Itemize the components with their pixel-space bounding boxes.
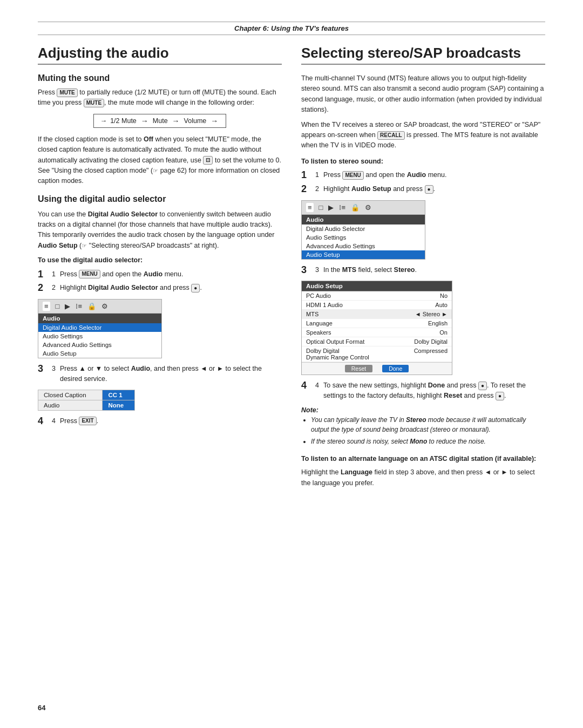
- digital-audio-divider: Using the digital audio selector: [38, 194, 282, 204]
- table-cell-cc-label: Closed Caption: [38, 390, 103, 400]
- listen-stereo-section: To listen to stereo sound: 1 Press MENU …: [301, 157, 545, 446]
- menu-btn-right1: MENU: [342, 171, 363, 180]
- step2-text: Highlight Digital Audio Selector and pre…: [60, 283, 202, 294]
- step3-num: 3: [52, 364, 56, 384]
- icon-square: □: [56, 302, 60, 310]
- ast-title: Audio Setup: [302, 281, 452, 291]
- icon-play-right: ▶: [328, 203, 334, 212]
- icon-list: ≡: [43, 302, 50, 311]
- step2-num: 2: [52, 283, 56, 294]
- mute-diagram: → 1/2 Mute → Mute → Volume →: [38, 114, 282, 128]
- stereo-step4-num: 4: [315, 380, 319, 401]
- icon-square-right: □: [319, 203, 323, 212]
- menu-item-as-right: Audio Settings: [302, 233, 425, 242]
- mute-arrow-start: →: [100, 117, 107, 125]
- ast-label-lang: Language: [306, 320, 333, 326]
- ast-value-mts: ◄ Stereo ►: [415, 311, 448, 317]
- stereo-step3: 3 In the MTS field, select Stereo.: [301, 265, 545, 276]
- icon-lines: ⁞≡: [76, 302, 82, 310]
- table-row-audio: Audio None: [38, 400, 135, 410]
- ast-label-pc: PC Audio: [306, 292, 331, 299]
- see-ref-icon: ☞: [82, 242, 87, 249]
- menu-item-aas-right: Advanced Audio Settings: [302, 242, 425, 250]
- menu-title-left: Audio: [38, 314, 161, 323]
- menu-screenshot-left: ≡ □ ▶ ⁞≡ 🔒 ⚙ Audio Digital Audio Selecto…: [38, 299, 162, 358]
- right-column: Selecting stereo/SAP broadcasts The mult…: [301, 45, 545, 493]
- ast-row-pc: PC Audio No: [302, 291, 452, 301]
- step-1-digital: 1 Press MENU and open the Audio menu.: [38, 269, 282, 280]
- mute-diagram-box: → 1/2 Mute → Mute → Volume →: [93, 114, 227, 128]
- table-row-cc: Closed Caption CC 1: [38, 390, 135, 400]
- stereo-steps-12: 1 Press MENU and open the Audio menu. 2 …: [301, 170, 545, 195]
- icon-play: ▶: [65, 302, 70, 310]
- mute-arrow2: →: [172, 117, 180, 125]
- icon-lock-right: 🔒: [351, 203, 360, 212]
- done-bold: Done: [428, 382, 445, 389]
- stereo-step4-text: To save the new settings, highlight Done…: [323, 380, 545, 401]
- muting-para2: If the closed caption mode is set to Off…: [38, 134, 282, 187]
- right-intro-para2: When the TV receives a stereo or SAP bro…: [301, 120, 545, 151]
- step-2-digital: 2 Highlight Digital Audio Selector and p…: [38, 283, 282, 294]
- ast-row-speakers: Speakers On: [302, 328, 452, 337]
- audio-setup-bold: Audio Setup: [38, 242, 78, 249]
- ast-footer: Reset Done: [302, 362, 452, 375]
- note-block: Note: You can typically leave the TV in …: [301, 406, 545, 446]
- page: Chapter 6: Using the TV's features Adjus…: [0, 0, 583, 728]
- reset-bold: Reset: [444, 392, 462, 399]
- note-item-2: If the stereo sound is noisy, select Mon…: [311, 437, 545, 446]
- stereo-step3-num: 3: [315, 265, 319, 276]
- menu-icons-row-left: ≡ □ ▶ ⁞≡ 🔒 ⚙: [38, 300, 161, 314]
- two-column-layout: Adjusting the audio Muting the sound Pre…: [38, 45, 545, 493]
- digital-audio-steps-34: 3 Press ▲ or ▼ to select Audio, and then…: [38, 364, 282, 384]
- digital-audio-how-to-header: To use the digital audio selector:: [38, 255, 282, 266]
- mute-step2: Mute: [153, 117, 168, 125]
- step1-text: Press MENU and open the Audio menu.: [60, 269, 183, 280]
- mute-step1: 1/2 Mute: [110, 117, 137, 125]
- stereo-step2-text: Highlight Audio Setup and press ●.: [323, 184, 435, 195]
- stereo-step3-text: In the MTS field, select Stereo.: [323, 265, 417, 276]
- enter-btn1: ●: [191, 284, 200, 292]
- vformat-btn: ⊡: [203, 156, 213, 165]
- chapter-header: Chapter 6: Using the TV's features: [38, 22, 545, 35]
- ast-row-lang: Language English: [302, 319, 452, 328]
- alternate-lang-section: To listen to an alternate language on an…: [301, 454, 545, 488]
- menu-btn1: MENU: [79, 270, 100, 278]
- audio-small-table: Closed Caption CC 1 Audio None: [38, 390, 135, 411]
- step-4-digital: 4 Press EXIT.: [38, 416, 282, 427]
- ast-row-optical: Optical Output Format Dolby Digital: [302, 337, 452, 346]
- digital-audio-step4: 4 Press EXIT.: [38, 416, 282, 427]
- exit-btn: EXIT: [79, 417, 96, 425]
- stereo-step2: 2 Highlight Audio Setup and press ●.: [301, 184, 545, 195]
- ast-row-dolby: Dolby DigitalDynamic Range Control Compr…: [302, 346, 452, 362]
- audio-setup-bold-right: Audio Setup: [351, 185, 391, 193]
- ast-label-mts: MTS: [306, 311, 318, 317]
- ast-reset-btn[interactable]: Reset: [345, 365, 372, 372]
- menu-item-asetup-left: Audio Setup: [38, 349, 161, 358]
- menu-screenshot-right: ≡ □ ▶ ⁞≡ 🔒 ⚙ Audio Digital Audio Selecto…: [301, 200, 425, 260]
- ast-value-dolby: Compressed: [414, 348, 448, 360]
- chapter-header-text: Chapter 6: Using the TV's features: [234, 24, 349, 32]
- icon-list-right: ≡: [306, 203, 314, 212]
- digital-audio-para1: You can use the Digital Audio Selector t…: [38, 209, 282, 251]
- audio-setup-table: Audio Setup PC Audio No HDMI 1 Audio Aut…: [301, 281, 452, 375]
- icon-lines-right: ⁞≡: [339, 203, 345, 212]
- ast-done-btn[interactable]: Done: [382, 365, 409, 372]
- ast-label-speakers: Speakers: [306, 329, 331, 336]
- menu-icons-row-right: ≡ □ ▶ ⁞≡ 🔒 ⚙: [302, 201, 425, 215]
- enter-btn-right1: ●: [425, 185, 433, 194]
- icon-gear: ⚙: [101, 302, 108, 310]
- stereo-step1-num: 1: [315, 170, 319, 181]
- stereo-bold: Stereo: [394, 266, 415, 274]
- step4-num: 4: [52, 416, 56, 427]
- stereo-bold-italic: Stereo: [406, 416, 426, 424]
- section-title-left: Adjusting the audio: [38, 45, 282, 65]
- menu-title-right: Audio: [302, 215, 425, 224]
- ast-row-hdmi: HDMI 1 Audio Auto: [302, 301, 452, 310]
- table-cell-audio-value: None: [103, 400, 135, 410]
- ast-label-dolby: Dolby DigitalDynamic Range Control: [306, 348, 369, 360]
- listen-stereo-header: To listen to stereo sound:: [301, 157, 545, 167]
- note-label: Note:: [301, 406, 545, 414]
- page-ref-icon: ☞: [153, 167, 158, 174]
- ast-label-optical: Optical Output Format: [306, 338, 364, 345]
- ast-value-speakers: On: [439, 329, 448, 336]
